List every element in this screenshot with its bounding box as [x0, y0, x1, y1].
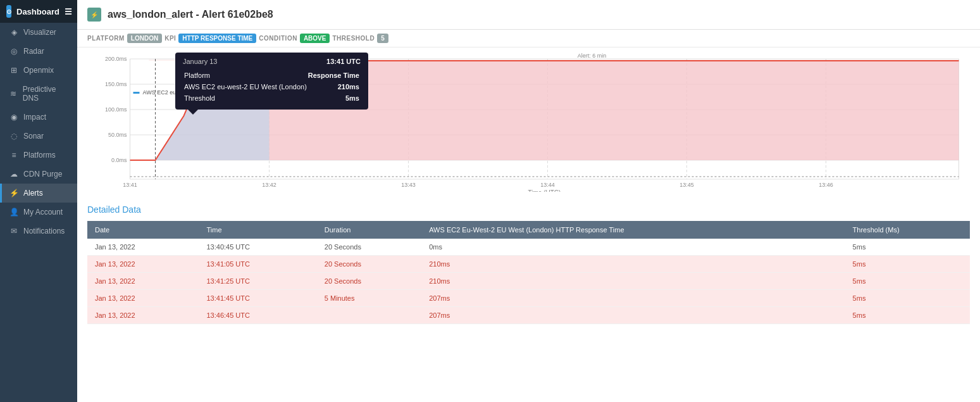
alerts-icon: ⚡ [9, 189, 18, 198]
cell-date: Jan 13, 2022 [87, 290, 199, 307]
table-row: Jan 13, 202213:40:45 UTC20 Seconds0ms5ms [87, 239, 970, 256]
cdn-purge-icon: ☁ [9, 170, 18, 179]
platform-tag[interactable]: LONDON [127, 34, 162, 43]
cell-time: 13:46:45 UTC [199, 307, 317, 324]
tags-row: PLATFORM LONDON KPI HTTP RESPONSE TIME C… [77, 30, 980, 47]
tooltip-time: 13:41 UTC [326, 58, 361, 65]
tooltip-response-time-value: 210ms [308, 82, 359, 92]
col-duration: Duration [317, 221, 421, 239]
svg-text:0.0ms: 0.0ms [111, 157, 127, 163]
sidebar-item-label: CDN Purge [23, 170, 62, 179]
sidebar-header[interactable]: ⊙ Dashboard ☰ [0, 0, 77, 23]
col-value: AWS EC2 Eu-West-2 EU West (London) HTTP … [421, 221, 845, 239]
svg-text:13:42: 13:42 [262, 182, 276, 188]
threshold-tag[interactable]: 5 [377, 34, 388, 43]
tooltip-threshold-label: Threshold [184, 93, 307, 103]
sidebar-item-label: Platforms [23, 151, 56, 160]
sidebar-header-label: Dashboard [16, 7, 59, 16]
sidebar-item-platforms[interactable]: ≡ Platforms [0, 146, 77, 165]
kpi-tag[interactable]: HTTP RESPONSE TIME [178, 34, 256, 43]
sidebar-item-label: My Account [23, 208, 63, 217]
notifications-icon: ✉ [9, 227, 18, 236]
cell-date: Jan 13, 2022 [87, 239, 199, 256]
sidebar-item-radar[interactable]: ◎ Radar [0, 42, 77, 61]
alert-title: aws_london_alert - Alert 61e02be8 [108, 9, 273, 20]
svg-text:Alert: 6 min: Alert: 6 min [578, 53, 607, 59]
platform-label: PLATFORM [87, 35, 125, 42]
sidebar-item-predictive-dns[interactable]: ≋ Predictive DNS [0, 80, 77, 108]
openmix-icon: ⊞ [9, 66, 18, 75]
cell-duration [317, 307, 421, 324]
tooltip-platform-label: Platform [184, 70, 307, 80]
detailed-section: Detailed Data Date Time Duration AWS EC2… [77, 197, 980, 332]
svg-text:100.0ms: 100.0ms [105, 106, 127, 113]
cell-value: 207ms [421, 290, 845, 307]
svg-text:13:41: 13:41 [123, 182, 137, 188]
cell-time: 13:41:05 UTC [199, 256, 317, 273]
svg-text:13:43: 13:43 [401, 182, 416, 188]
data-table: Date Time Duration AWS EC2 Eu-West-2 EU … [87, 221, 970, 324]
cell-value: 210ms [421, 256, 845, 273]
sidebar-item-label: Openmix [23, 66, 54, 75]
condition-tag[interactable]: ABOVE [300, 34, 330, 43]
cell-time: 13:41:25 UTC [199, 273, 317, 290]
platforms-icon: ≡ [9, 151, 18, 160]
svg-text:13:46: 13:46 [819, 182, 833, 188]
sidebar-item-alerts[interactable]: ⚡ Alerts [0, 184, 77, 203]
cell-date: Jan 13, 2022 [87, 273, 199, 290]
dashboard-icon: ⊙ [6, 5, 11, 18]
svg-text:13:45: 13:45 [679, 182, 694, 188]
table-row: Jan 13, 202213:46:45 UTC207ms5ms [87, 307, 970, 324]
svg-text:50.0ms: 50.0ms [108, 132, 127, 138]
sidebar-item-openmix[interactable]: ⊞ Openmix [0, 61, 77, 80]
cell-threshold: 5ms [845, 256, 970, 273]
tooltip-platform-value: AWS EC2 eu-west-2 EU West (London) [184, 82, 307, 92]
svg-text:150.0ms: 150.0ms [105, 81, 127, 87]
svg-text:13:44: 13:44 [540, 182, 555, 188]
sidebar-item-cdn-purge[interactable]: ☁ CDN Purge [0, 165, 77, 184]
col-date: Date [87, 221, 199, 239]
cell-threshold: 5ms [845, 239, 970, 256]
alert-header: ⚡ aws_london_alert - Alert 61e02be8 [77, 0, 980, 30]
sidebar-item-notifications[interactable]: ✉ Notifications [0, 222, 77, 241]
sidebar-toggle[interactable]: ☰ [65, 7, 72, 16]
detailed-data-title: Detailed Data [87, 204, 970, 215]
sidebar-item-visualizer[interactable]: ◈ Visualizer [0, 23, 77, 42]
cell-threshold: 5ms [845, 290, 970, 307]
cell-value: 0ms [421, 239, 845, 256]
sonar-icon: ◌ [9, 132, 18, 141]
visualizer-icon: ◈ [9, 28, 18, 37]
sidebar-item-sonar[interactable]: ◌ Sonar [0, 127, 77, 146]
svg-text:200.0ms: 200.0ms [105, 56, 127, 62]
tooltip-date: January 13 [183, 58, 217, 65]
sidebar-item-label: Sonar [23, 132, 44, 141]
threshold-label: THRESHOLD [332, 35, 375, 42]
sidebar-item-my-account[interactable]: 👤 My Account [0, 203, 77, 222]
cell-date: Jan 13, 2022 [87, 256, 199, 273]
col-time: Time [199, 221, 317, 239]
col-threshold: Threshold (Ms) [845, 221, 970, 239]
table-row: Jan 13, 202213:41:05 UTC20 Seconds210ms5… [87, 256, 970, 273]
impact-icon: ◉ [9, 113, 18, 122]
condition-label: CONDITION [259, 35, 297, 42]
table-row: Jan 13, 202213:41:25 UTC20 Seconds210ms5… [87, 273, 970, 290]
sidebar-item-label: Radar [23, 47, 44, 56]
tooltip-threshold-value: 5ms [308, 93, 359, 103]
cell-duration: 20 Seconds [317, 273, 421, 290]
cell-threshold: 5ms [845, 273, 970, 290]
svg-rect-31 [133, 92, 140, 94]
tooltip-arrow [188, 110, 198, 115]
sidebar-item-impact[interactable]: ◉ Impact [0, 108, 77, 127]
cell-duration: 20 Seconds [317, 239, 421, 256]
sidebar-item-label: Alerts [23, 189, 43, 198]
sidebar-item-label: Impact [23, 113, 46, 122]
my-account-icon: 👤 [9, 208, 18, 217]
predictive-dns-icon: ≋ [9, 89, 18, 98]
cell-date: Jan 13, 2022 [87, 307, 199, 324]
sidebar-item-label: Visualizer [23, 28, 56, 37]
sidebar: ⊙ Dashboard ☰ ◈ Visualizer ◎ Radar ⊞ Ope… [0, 0, 77, 402]
cell-value: 207ms [421, 307, 845, 324]
main-content: ⚡ aws_london_alert - Alert 61e02be8 PLAT… [77, 0, 980, 402]
chart-container: January 13 13:41 UTC Platform Response T… [77, 47, 980, 197]
radar-icon: ◎ [9, 47, 18, 56]
